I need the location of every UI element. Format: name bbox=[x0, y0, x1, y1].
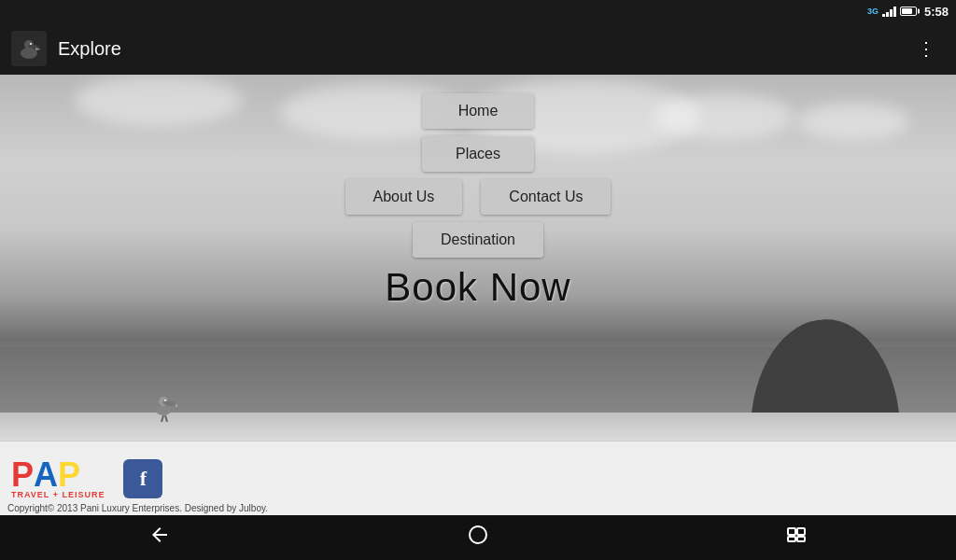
overflow-menu-button[interactable]: ⋮ bbox=[909, 35, 945, 62]
network-indicator: 3G bbox=[867, 7, 879, 16]
svg-point-9 bbox=[164, 399, 166, 401]
svg-rect-15 bbox=[788, 537, 795, 541]
back-button[interactable] bbox=[130, 516, 190, 559]
battery-icon bbox=[900, 7, 917, 16]
svg-line-10 bbox=[162, 415, 163, 422]
pelican-icon bbox=[15, 35, 43, 63]
book-now-button[interactable]: Book Now bbox=[385, 265, 570, 310]
contact-us-button[interactable]: Contact Us bbox=[481, 179, 611, 215]
home-circle-icon bbox=[467, 524, 489, 546]
back-arrow-icon bbox=[148, 524, 171, 546]
beach-bird-icon bbox=[149, 385, 177, 422]
copyright-text: Copyright© 2013 Pani Luxury Enterprises.… bbox=[7, 503, 268, 513]
svg-rect-14 bbox=[797, 528, 805, 535]
pap-subtitle: TRAVEL + LEISURE bbox=[11, 490, 105, 499]
places-button[interactable]: Places bbox=[422, 136, 534, 172]
svg-point-5 bbox=[156, 406, 171, 415]
pap-logo: P A P TRAVEL + LEISURE bbox=[11, 458, 105, 499]
time-display: 5:58 bbox=[924, 5, 949, 19]
home-button[interactable]: Home bbox=[422, 93, 534, 129]
app-title: Explore bbox=[58, 38, 909, 60]
status-bar: 3G 5:58 bbox=[0, 0, 956, 22]
home-nav-button[interactable] bbox=[448, 516, 508, 559]
recent-apps-button[interactable] bbox=[766, 516, 826, 559]
svg-rect-16 bbox=[797, 537, 805, 541]
pap-letter-a: A bbox=[34, 458, 58, 492]
svg-rect-13 bbox=[788, 528, 795, 535]
bottom-nav-bar bbox=[0, 515, 956, 560]
pap-letter-p2: P bbox=[58, 458, 80, 492]
about-us-button[interactable]: About Us bbox=[345, 179, 463, 215]
app-bar: Explore ⋮ bbox=[0, 22, 956, 75]
signal-bars bbox=[882, 6, 896, 17]
recent-apps-icon bbox=[785, 524, 808, 546]
svg-point-3 bbox=[30, 43, 32, 45]
nav-menu: Home Places About Us Contact Us Destinat… bbox=[0, 93, 956, 310]
facebook-button[interactable]: f bbox=[123, 459, 162, 498]
pap-letters: P A P bbox=[11, 458, 105, 492]
nav-row-about-contact: About Us Contact Us bbox=[345, 179, 612, 215]
destination-button[interactable]: Destination bbox=[413, 222, 543, 258]
facebook-icon: f bbox=[140, 467, 147, 491]
status-icons: 3G 5:58 bbox=[867, 5, 949, 19]
svg-point-12 bbox=[470, 526, 486, 543]
svg-marker-8 bbox=[176, 404, 177, 407]
svg-line-11 bbox=[165, 415, 167, 422]
pap-letter-p1: P bbox=[11, 458, 34, 492]
app-logo bbox=[11, 31, 47, 66]
